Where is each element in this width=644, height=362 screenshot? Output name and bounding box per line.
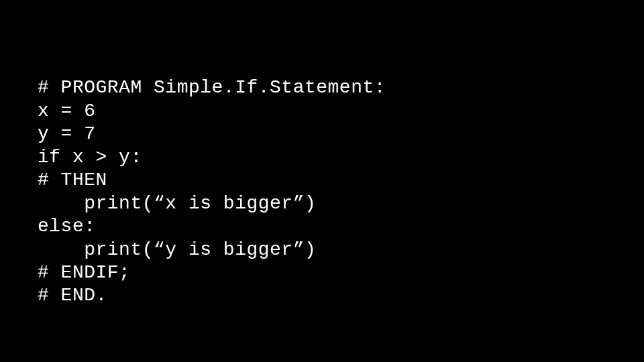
code-line: # THEN <box>38 170 107 190</box>
code-line: # ENDIF; <box>38 262 130 283</box>
code-line: else: <box>38 216 96 237</box>
code-line: print(“x is bigger”) <box>38 193 316 214</box>
code-line: if x > y: <box>38 147 142 168</box>
code-line: print(“y is bigger”) <box>38 239 316 260</box>
code-line: # END. <box>38 285 107 306</box>
code-block: # PROGRAM Simple.If.Statement: x = 6 y =… <box>38 54 386 308</box>
code-line: y = 7 <box>38 123 96 144</box>
code-line: # PROGRAM Simple.If.Statement: <box>38 77 386 98</box>
code-line: x = 6 <box>38 101 96 121</box>
